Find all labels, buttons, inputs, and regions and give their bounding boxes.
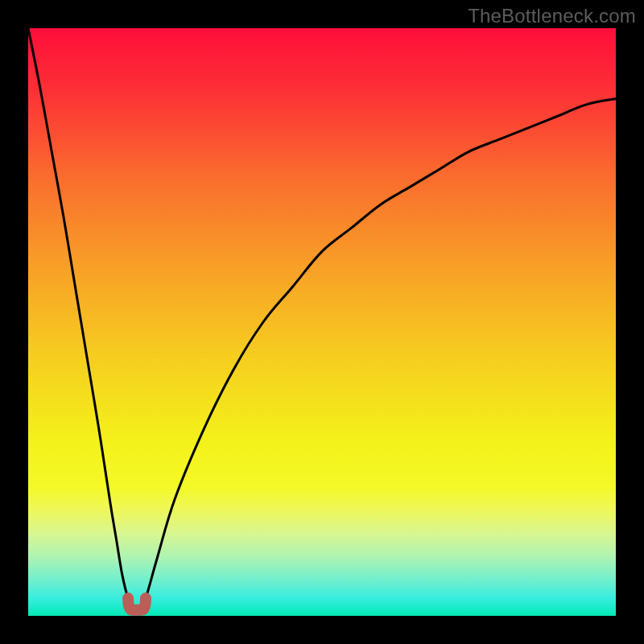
watermark-text: TheBottleneck.com [468, 5, 636, 27]
chart-frame: TheBottleneck.com [0, 0, 644, 644]
curve-layer [28, 28, 616, 616]
plot-area [28, 28, 616, 616]
trough-marker [128, 598, 146, 610]
bottleneck-curve [28, 28, 616, 612]
